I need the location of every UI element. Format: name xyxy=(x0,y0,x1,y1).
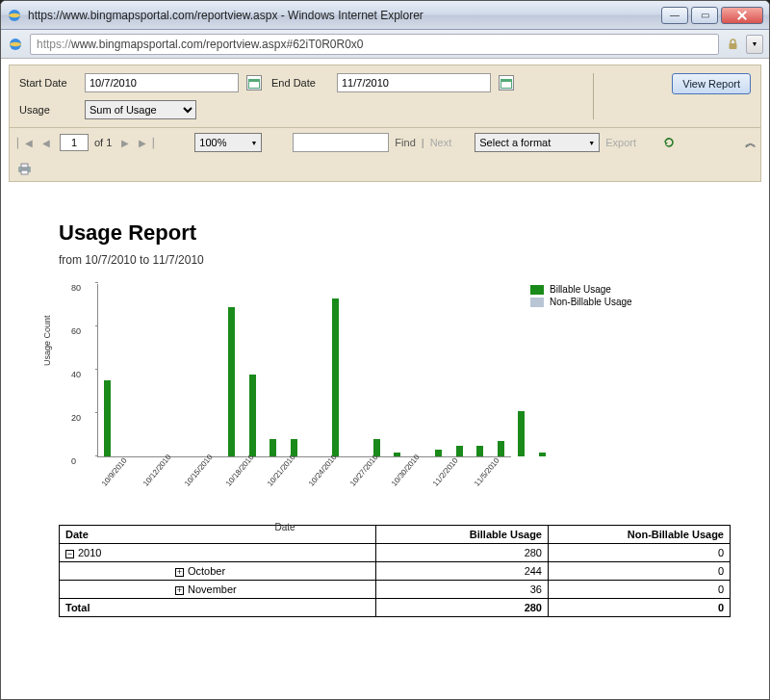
end-date-label: End Date xyxy=(271,77,329,89)
browser-window: https://www.bingmapsportal.com/reportvie… xyxy=(0,0,770,700)
cell-date: +October xyxy=(60,562,376,581)
next-page-icon[interactable]: ▶ xyxy=(117,135,133,150)
usage-table: Date Billable Usage Non-Billable Usage −… xyxy=(59,525,731,617)
table-total-row: Total2800 xyxy=(60,599,731,617)
cell-nonbillable: 0 xyxy=(548,562,730,581)
minimize-button[interactable]: — xyxy=(661,7,688,24)
collapse-icon[interactable]: ︽ xyxy=(745,135,753,151)
table-row: +October2440 xyxy=(60,562,731,581)
calendar-icon[interactable] xyxy=(499,75,514,91)
x-tick-label: 10/27/2010 xyxy=(347,453,379,487)
table-row: +November360 xyxy=(60,581,731,599)
cell-nonbillable: 0 xyxy=(548,544,730,562)
chart-bar xyxy=(456,446,463,456)
page-number-input[interactable] xyxy=(60,134,89,151)
prev-page-icon[interactable]: ◀ xyxy=(38,135,54,150)
collapse-icon[interactable]: − xyxy=(65,550,74,558)
find-input[interactable] xyxy=(293,133,389,152)
x-tick-label: 10/9/2010 xyxy=(99,456,128,488)
url-dropdown-button[interactable]: ▼ xyxy=(746,35,763,54)
legend-item: Billable Usage xyxy=(530,284,632,295)
table-row: −20102800 xyxy=(60,544,731,562)
chart-container: Usage Count Date 02040608010/9/201010/12… xyxy=(59,284,731,477)
svg-rect-8 xyxy=(501,79,512,82)
usage-select[interactable]: Sum of Usage xyxy=(85,100,196,119)
close-button[interactable] xyxy=(721,7,763,24)
chart-bar xyxy=(249,375,256,457)
chart-bar xyxy=(435,450,442,456)
col-nonbillable: Non-Billable Usage xyxy=(548,526,730,544)
maximize-button[interactable]: ▭ xyxy=(691,7,718,24)
cell-date: +November xyxy=(60,581,376,599)
y-axis-label: Usage Count xyxy=(42,315,52,366)
x-tick-label: 10/15/2010 xyxy=(182,453,214,487)
cell-billable: 244 xyxy=(375,562,548,581)
cell-total-nonbillable: 0 xyxy=(548,599,730,617)
svg-point-3 xyxy=(10,41,21,45)
svg-rect-6 xyxy=(249,79,260,82)
zoom-select[interactable]: 100%▼ xyxy=(194,133,262,152)
x-tick-label: 10/12/2010 xyxy=(141,453,172,487)
last-page-icon[interactable]: ▶▕ xyxy=(139,135,154,150)
report-subtitle: from 10/7/2010 to 11/7/2010 xyxy=(59,253,731,267)
chart-bar xyxy=(498,441,504,456)
url-rest: www.bingmapsportal.com/reportview.aspx#6… xyxy=(71,38,363,51)
chart-bar xyxy=(373,439,380,456)
export-format-select[interactable]: Select a format▼ xyxy=(475,133,600,152)
chart-plot-area: 02040608010/9/201010/12/201010/15/201010… xyxy=(97,284,511,457)
legend-label: Non-Billable Usage xyxy=(550,297,632,307)
ie-favicon xyxy=(7,8,22,23)
usage-label: Usage xyxy=(19,104,77,116)
end-date-input[interactable] xyxy=(337,73,491,92)
print-icon[interactable] xyxy=(17,163,35,178)
find-link[interactable]: Find xyxy=(395,137,415,148)
chart-bar xyxy=(228,307,235,456)
chart-bar xyxy=(104,380,111,456)
export-link[interactable]: Export xyxy=(605,137,636,148)
chart-bar xyxy=(518,411,525,456)
page-content: Start Date Usage Sum of Usage End Date xyxy=(1,59,769,699)
col-date: Date xyxy=(60,526,376,544)
legend-label: Billable Usage xyxy=(550,284,611,295)
start-date-input[interactable] xyxy=(85,73,239,92)
cell-total-label: Total xyxy=(60,599,376,617)
first-page-icon[interactable]: ▏◀ xyxy=(17,135,33,150)
report-title: Usage Report xyxy=(59,220,731,246)
expand-icon[interactable]: + xyxy=(175,586,184,595)
calendar-icon[interactable] xyxy=(246,75,262,91)
page-favicon xyxy=(7,36,24,53)
table-header-row: Date Billable Usage Non-Billable Usage xyxy=(60,526,731,544)
svg-rect-11 xyxy=(21,170,28,174)
x-tick-label: 11/5/2010 xyxy=(472,456,500,488)
chart-bar xyxy=(270,439,276,456)
cell-billable: 280 xyxy=(375,544,548,562)
cell-billable: 36 xyxy=(375,581,548,599)
svg-rect-4 xyxy=(729,43,736,49)
view-report-button[interactable]: View Report xyxy=(672,73,751,94)
report-body: Usage Report from 10/7/2010 to 11/7/2010… xyxy=(1,182,769,636)
x-tick-label: 10/21/2010 xyxy=(265,453,296,487)
legend-swatch-icon xyxy=(530,298,544,307)
lock-icon xyxy=(725,37,740,52)
start-date-label: Start Date xyxy=(19,77,77,89)
chart-bar xyxy=(394,453,400,457)
cell-nonbillable: 0 xyxy=(548,581,730,599)
report-toolbar: ▏◀ ◀ of 1 ▶ ▶▕ 100%▼ Find | Next Select … xyxy=(9,128,761,182)
next-link[interactable]: Next xyxy=(430,137,452,148)
cell-total-billable: 280 xyxy=(375,599,548,617)
expand-icon[interactable]: + xyxy=(175,568,184,577)
y-tick-label: 60 xyxy=(71,326,81,336)
window-title: https://www.bingmapsportal.com/reportvie… xyxy=(28,9,661,22)
x-tick-label: 10/24/2010 xyxy=(306,453,338,487)
refresh-icon[interactable] xyxy=(661,135,677,150)
y-tick-label: 40 xyxy=(71,370,81,379)
y-tick-label: 20 xyxy=(71,413,81,423)
y-tick-label: 80 xyxy=(71,283,81,293)
url-input[interactable]: https://www.bingmapsportal.com/reportvie… xyxy=(30,34,719,55)
col-billable: Billable Usage xyxy=(375,526,548,544)
separator: | xyxy=(422,137,424,148)
x-tick-label: 11/2/2010 xyxy=(430,456,459,488)
address-bar: https://www.bingmapsportal.com/reportvie… xyxy=(1,30,769,59)
chart-bar xyxy=(332,298,339,456)
chart-legend: Billable Usage Non-Billable Usage xyxy=(530,284,632,477)
